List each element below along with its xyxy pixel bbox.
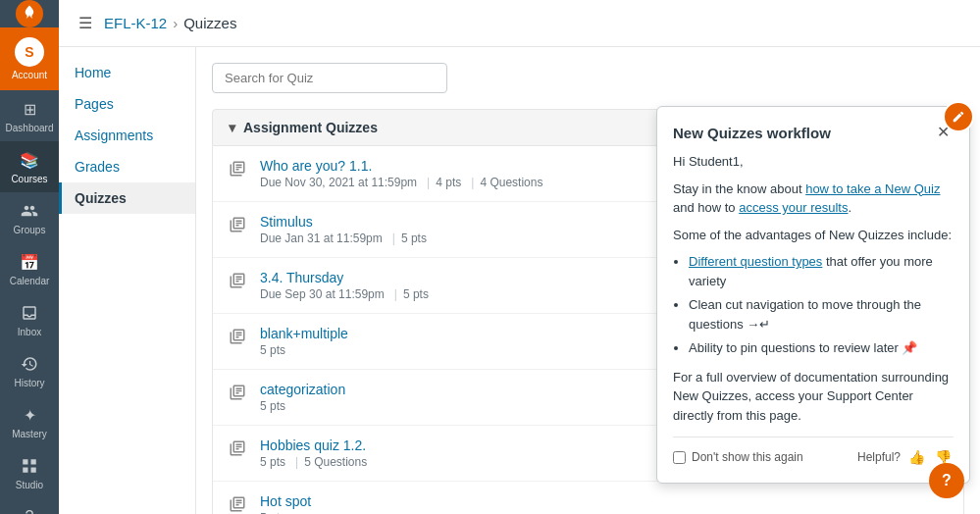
nav-item-grades[interactable]: Grades — [59, 151, 195, 182]
help-icon: ? — [19, 506, 40, 514]
nav-item-quizzes[interactable]: Quizzes — [59, 182, 195, 214]
quiz-pts: 5 pts — [401, 231, 427, 245]
svg-rect-4 — [31, 468, 36, 473]
sidebar-item-history[interactable]: History — [0, 345, 59, 396]
quiz-due: Due Jan 31 at 11:59pm — [260, 231, 383, 245]
top-header: ☰ EFL-K-12 › Quizzes — [59, 0, 980, 47]
calendar-label: Calendar — [10, 276, 50, 286]
mastery-icon: ✦ — [19, 404, 40, 426]
popup-link-take-quiz[interactable]: how to take a New Quiz — [805, 181, 940, 196]
quiz-questions: 4 Questions — [480, 176, 542, 189]
quiz-icon — [229, 384, 248, 403]
quiz-title[interactable]: categorization — [260, 382, 345, 397]
svg-rect-2 — [31, 459, 36, 464]
quiz-title[interactable]: blank+multiple — [260, 326, 348, 341]
breadcrumb: EFL-K-12 › Quizzes — [104, 15, 236, 31]
quiz-icon — [229, 160, 248, 180]
dashboard-icon: ⊞ — [19, 98, 40, 120]
quiz-pts: 5 pts — [403, 287, 429, 301]
sidebar-item-help[interactable]: ? Help — [0, 498, 59, 514]
help-float-button[interactable]: ? — [929, 463, 964, 498]
popup-link-results[interactable]: access your results — [739, 200, 848, 215]
quiz-pts: 5 pts — [260, 455, 285, 469]
sidebar-item-account[interactable]: S Account — [0, 27, 59, 90]
breadcrumb-current: Quizzes — [183, 15, 236, 31]
svg-rect-3 — [23, 468, 27, 473]
history-icon — [19, 353, 40, 375]
svg-rect-1 — [23, 459, 27, 464]
quiz-icon — [229, 439, 248, 459]
inbox-label: Inbox — [18, 327, 41, 337]
helpful-label: Helpful? — [857, 450, 901, 464]
sidebar-item-inbox[interactable]: Inbox — [0, 294, 59, 345]
popup-title: New Quizzes workflow — [673, 125, 831, 141]
section-toggle[interactable]: ▾ — [229, 120, 235, 135]
nav-item-pages[interactable]: Pages — [59, 88, 195, 120]
new-quizzes-popup: New Quizzes workflow ✕ Hi Student1, Stay… — [656, 106, 970, 484]
popup-header: New Quizzes workflow ✕ — [673, 123, 954, 142]
thumbs-up-button[interactable]: 👍 — [906, 447, 927, 467]
courses-label: Courses — [11, 174, 47, 184]
popup-greeting: Hi Student1, — [673, 152, 954, 172]
quiz-questions: 5 Questions — [304, 455, 367, 469]
breadcrumb-parent[interactable]: EFL-K-12 — [104, 15, 167, 31]
quiz-pts: 5 pts — [260, 399, 285, 413]
section-title: Assignment Quizzes — [243, 120, 378, 135]
groups-icon — [19, 200, 40, 222]
popup-advantage-2: Clean cut navigation to move through the… — [689, 295, 954, 334]
popup-advantage-1: Different question types that offer you … — [689, 252, 954, 290]
breadcrumb-separator: › — [173, 15, 178, 31]
quiz-info: Hot spot5 pts — [260, 493, 948, 514]
search-input[interactable] — [212, 63, 447, 93]
icon-sidebar: S Account ⊞ Dashboard 📚 Courses Groups 📅… — [0, 0, 59, 514]
quiz-icon — [229, 216, 248, 235]
hamburger-button[interactable]: ☰ — [75, 10, 96, 36]
popup-advantages-intro: Some of the advantages of New Quizzes in… — [673, 226, 954, 245]
popup-advantages-list: Different question types that offer you … — [673, 252, 954, 358]
quiz-pts: 5 pts — [260, 343, 285, 357]
popup-footer-text: For a full overview of documentation sur… — [673, 368, 954, 426]
sidebar-item-studio[interactable]: Studio — [0, 447, 59, 498]
quiz-title[interactable]: 3.4. Thursday — [260, 270, 343, 285]
inbox-icon — [19, 302, 40, 324]
calendar-icon: 📅 — [19, 251, 40, 273]
sidebar-item-calendar[interactable]: 📅 Calendar — [0, 243, 59, 294]
quiz-icon — [229, 272, 248, 291]
dashboard-label: Dashboard — [6, 123, 54, 133]
quiz-icon — [229, 328, 248, 347]
quiz-title[interactable]: Hot spot — [260, 493, 311, 509]
popup-footer: Don't show this again Helpful? 👍 👎 — [673, 437, 954, 467]
quiz-due: Due Sep 30 at 11:59pm — [260, 287, 385, 301]
account-avatar: S — [15, 37, 44, 67]
sidebar-item-dashboard[interactable]: ⊞ Dashboard — [0, 90, 59, 141]
canvas-logo — [0, 0, 59, 27]
quiz-due: Due Nov 30, 2021 at 11:59pm — [260, 176, 417, 189]
popup-advantage-3: Ability to pin questions to review later… — [689, 338, 954, 358]
quiz-pts: 4 pts — [436, 176, 461, 189]
popup-intro: Stay in the know about how to take a New… — [673, 180, 954, 218]
dont-show-label[interactable]: Don't show this again — [673, 450, 803, 464]
account-label: Account — [12, 70, 47, 80]
popup-body: Hi Student1, Stay in the know about how … — [673, 152, 954, 425]
popup-link-question-types[interactable]: Different question types — [689, 254, 822, 269]
quiz-title[interactable]: Hobbies quiz 1.2. — [260, 437, 366, 453]
groups-label: Groups — [14, 225, 46, 235]
studio-label: Studio — [16, 480, 43, 490]
quiz-icon — [229, 495, 248, 514]
courses-icon: 📚 — [19, 149, 40, 171]
content-body: ▾ Assignment Quizzes Who are you? 1.1.Du… — [196, 47, 980, 514]
quiz-title[interactable]: Stimulus — [260, 214, 313, 230]
nav-sidebar: Home Pages Assignments Grades Quizzes — [59, 47, 196, 514]
sidebar-item-groups[interactable]: Groups — [0, 192, 59, 243]
sidebar-item-mastery[interactable]: ✦ Mastery — [0, 396, 59, 447]
nav-item-assignments[interactable]: Assignments — [59, 120, 195, 151]
quiz-title[interactable]: Who are you? 1.1. — [260, 158, 372, 174]
sidebar-item-courses[interactable]: 📚 Courses — [0, 141, 59, 192]
nav-item-home[interactable]: Home — [59, 57, 195, 88]
search-bar — [212, 63, 964, 93]
popup-close-button[interactable]: ✕ — [933, 123, 954, 142]
history-label: History — [14, 378, 44, 388]
dont-show-checkbox[interactable] — [673, 451, 686, 464]
mastery-label: Mastery — [12, 429, 47, 439]
quiz-item: Hot spot5 pts — [213, 482, 963, 514]
